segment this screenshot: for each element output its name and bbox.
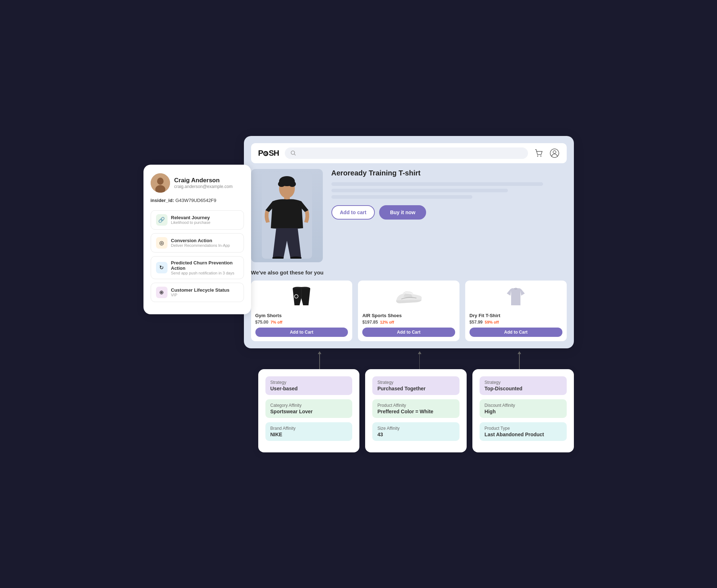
product-area: Aeroready Training T-shirt Add to cart B… [251,169,567,262]
tshirt-image [501,285,530,310]
lifecycle-title: Customer Lifecycle Status [171,287,239,293]
arrows-section [143,351,574,369]
svg-point-5 [537,155,538,156]
svg-point-1 [157,178,164,185]
badge-value-brand-1: NIKE [270,432,348,437]
recommendations-section: We've also got these for you Gym [251,269,567,341]
search-icon [291,150,296,156]
cart-icon[interactable] [534,148,544,158]
profile-name: Craig Anderson [174,177,233,184]
profile-item-churn: ↻ Predicted Churn Prevention Action Send… [151,256,244,279]
browser-nav-icons [534,148,560,158]
rec-section-title: We've also got these for you [251,269,567,276]
rec-item-shorts-prices: $75.00 7% off [255,320,348,325]
search-bar[interactable] [285,147,528,159]
rec-item-shorts-name: Gym Shorts [255,313,348,318]
svg-line-4 [294,154,296,155]
user-icon[interactable] [549,148,560,158]
svg-point-8 [553,151,556,154]
product-image [251,169,323,262]
conversion-title: Conversion Action [171,238,239,243]
arrow-1 [318,351,321,369]
rec-item-tshirt: Dry Fit T-Shirt $57.99 59% off Add to Ca… [465,281,567,341]
avatar [151,173,170,193]
desc-line-3 [331,195,473,199]
arrow-2-head [418,351,421,354]
journey-text: Relevant Journey Likelihood to purchase [171,215,239,225]
strategy-card-top-discounted: Strategy Top-Discounted Discount Affinit… [472,369,574,452]
bottom-section: Strategy User-based Category Affinity Sp… [143,369,574,452]
profile-email: craig.anderson@example.com [174,184,233,189]
churn-icon: ↻ [156,262,168,273]
shorts-image [287,285,316,310]
arrow-col-2 [372,351,467,369]
profile-card: Craig Anderson craig.anderson@example.co… [143,165,251,314]
shoes-add-cart-button[interactable]: Add to Cart [362,328,455,337]
badge-strategy-2: Strategy Purchased Together [372,376,459,395]
svg-point-16 [289,181,296,187]
badge-value-strategy-2: Purchased Together [377,386,454,391]
badge-product-type-3: Product Type Last Abandoned Product [480,422,567,441]
arrow-1-line [319,354,320,369]
posh-logo: PoSH [258,149,279,158]
svg-point-15 [278,181,285,187]
badge-discount-3: Discount Affinity High [480,399,567,418]
badge-label-category-1: Category Affinity [270,403,348,408]
product-info: Aeroready Training T-shirt Add to cart B… [331,169,567,220]
main-container: Craig Anderson craig.anderson@example.co… [143,136,574,452]
rec-item-shoes-prices: $197.85 12% off [362,320,455,325]
badge-value-size-2: 43 [377,432,454,437]
rec-item-tshirt-prices: $57.99 59% off [470,320,562,325]
lifecycle-icon: ⊕ [156,287,168,298]
svg-point-6 [540,155,541,156]
desc-line-2 [331,189,508,192]
badge-label-product-affinity-2: Product Affinity [377,403,454,408]
shoes-image [395,285,423,310]
shoes-price: $197.85 [362,320,378,325]
churn-sub: Send app push notification in 3 days [171,271,239,275]
rec-item-tshirt-name: Dry Fit T-Shirt [470,313,562,318]
badge-label-strategy-2: Strategy [377,380,454,385]
badge-product-affinity-2: Product Affinity Preffered Color = White [372,399,459,418]
badge-label-brand-1: Brand Affinity [270,426,348,431]
badge-label-discount-3: Discount Affinity [485,403,562,408]
profile-text: Craig Anderson craig.anderson@example.co… [174,177,233,189]
arrow-col-1 [273,351,367,369]
arrow-3-line [519,354,520,369]
tshirt-add-cart-button[interactable]: Add to Cart [470,328,562,337]
arrow-2 [418,351,421,369]
top-section: Craig Anderson craig.anderson@example.co… [143,136,574,348]
product-title: Aeroready Training T-shirt [331,169,567,177]
shoes-discount: 12% off [380,320,394,324]
arrow-2-line [419,354,420,369]
insider-id: insider_id: G43W79UD6542F9 [151,198,244,204]
svg-point-3 [291,151,294,154]
strategy-card-user-based: Strategy User-based Category Affinity Sp… [258,369,360,452]
rec-item-shoes-name: AIR Sports Shoes [362,313,455,318]
shorts-price: $75.00 [255,320,269,325]
rec-item-shorts: Gym Shorts $75.00 7% off Add to Cart [251,281,353,341]
journey-icon: 🔗 [156,214,168,226]
journey-title: Relevant Journey [171,215,239,220]
badge-strategy-1: Strategy User-based [265,376,353,395]
profile-item-relevant-journey: 🔗 Relevant Journey Likelihood to purchas… [151,210,244,230]
browser-header: PoSH [251,143,567,163]
badge-label-size-2: Size Affinity [377,426,454,431]
churn-title: Predicted Churn Prevention Action [171,260,239,271]
badge-strategy-3: Strategy Top-Discounted [480,376,567,395]
badge-value-strategy-1: User-based [270,386,348,391]
add-to-cart-button[interactable]: Add to cart [331,205,375,220]
conversion-text: Conversion Action Deliver Recommendation… [171,238,239,248]
rec-items-list: Gym Shorts $75.00 7% off Add to Cart [251,281,567,341]
desc-line-1 [331,182,543,186]
badge-value-category-1: Sportswear Lover [270,409,348,414]
badge-brand-1: Brand Affinity NIKE [265,422,353,441]
shorts-add-cart-button[interactable]: Add to Cart [255,328,348,337]
product-description [331,182,567,199]
strategy-card-purchased-together: Strategy Purchased Together Product Affi… [365,369,467,452]
badge-value-discount-3: High [485,409,562,414]
badge-label-strategy-3: Strategy [485,380,562,385]
lifecycle-text: Customer Lifecycle Status VIP [171,287,239,297]
buy-now-button[interactable]: Buy it now [379,205,426,220]
arrow-col-3 [472,351,567,369]
